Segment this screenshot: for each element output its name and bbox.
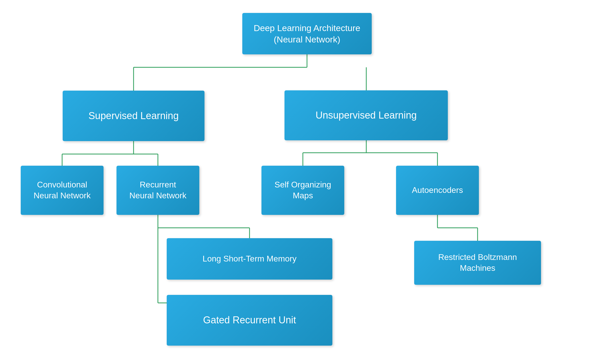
node-rnn-label: RecurrentNeural Network	[129, 179, 187, 201]
node-unsupervised: Unsupervised Learning	[284, 90, 448, 140]
node-rbm: Restricted BoltzmannMachines	[414, 241, 541, 285]
node-root-label: Deep Learning Architecture(Neural Networ…	[254, 22, 360, 45]
node-rbm-label: Restricted BoltzmannMachines	[438, 252, 517, 273]
node-autoencoders-label: Autoencoders	[412, 185, 463, 196]
node-rnn: RecurrentNeural Network	[116, 166, 199, 215]
node-lstm-label: Long Short-Term Memory	[203, 253, 297, 264]
node-cnn: ConvolutionalNeural Network	[21, 166, 104, 215]
node-cnn-label: ConvolutionalNeural Network	[34, 179, 91, 201]
node-gru-label: Gated Recurrent Unit	[203, 314, 296, 326]
diagram: Deep Learning Architecture(Neural Networ…	[0, 0, 614, 364]
node-autoencoders: Autoencoders	[396, 166, 479, 215]
node-gru: Gated Recurrent Unit	[167, 295, 332, 346]
node-supervised: Supervised Learning	[63, 91, 204, 141]
node-root: Deep Learning Architecture(Neural Networ…	[242, 13, 372, 54]
node-lstm: Long Short-Term Memory	[167, 238, 332, 280]
node-supervised-label: Supervised Learning	[89, 110, 179, 122]
node-som: Self OrganizingMaps	[261, 166, 344, 215]
node-som-label: Self OrganizingMaps	[275, 179, 331, 201]
node-unsupervised-label: Unsupervised Learning	[316, 109, 417, 122]
